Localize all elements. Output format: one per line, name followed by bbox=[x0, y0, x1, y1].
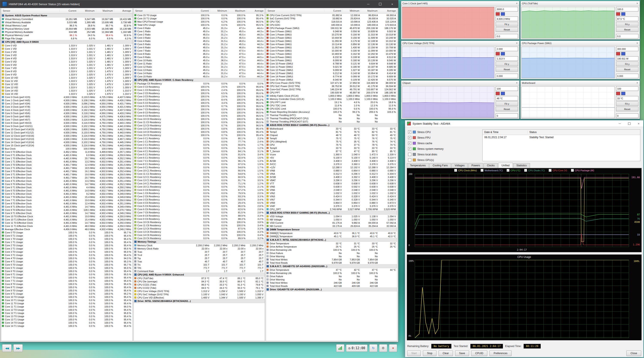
fit-y-button[interactable]: Fit y bbox=[616, 62, 638, 66]
checkbox[interactable]: ✓ bbox=[571, 169, 574, 172]
sensor-row[interactable]: Core 9 T1 Effective Clock4,461.6 MHz14.7… bbox=[1, 211, 132, 215]
sensor-row[interactable]: Core 0 T0 Usage100.0 %0.0 %100.0 %95.7 % bbox=[1, 231, 132, 234]
tab-powers[interactable]: Powers bbox=[468, 163, 483, 168]
sensor-row[interactable]: Core 6 VID1.319 V1.031 V1.481 V1.309 V bbox=[1, 63, 132, 66]
nav-previous-button[interactable]: ◀◀ bbox=[2, 344, 12, 352]
sensor-row[interactable]: Core 1 Clock (perf #4/5)4,500.3 MHz3,108… bbox=[1, 99, 132, 102]
sensor-row[interactable]: Core 12 Power (SMU)9.099 W1.027 W10.187 … bbox=[266, 68, 397, 72]
y-max-input[interactable]: 2.000 bbox=[496, 47, 518, 51]
sensor-row[interactable]: Total Host Reads422 GB409 GB422 GB bbox=[266, 284, 397, 287]
sensor-row[interactable]: Core 2 VID1.319 V1.031 V1.481 V1.309 V bbox=[1, 50, 132, 54]
sensor-row[interactable]: CPU EDC Limit100.0 %5.6 %100.0 %95.9 % bbox=[266, 107, 397, 110]
sensor-row[interactable]: Core 9 T0 Usage100.0 %0.0 %100.0 %95.4 % bbox=[1, 289, 132, 292]
sensor-row[interactable]: Core 5 T0 Usage100.0 %0.0 %100.0 %95.7 % bbox=[1, 263, 132, 266]
sensor-section-header[interactable]: CPU [#0]: AMD Ryzen 9 5950X: Enhanced bbox=[134, 273, 265, 276]
checkbox[interactable]: ✓ bbox=[481, 169, 484, 172]
sensor-row[interactable]: Core 11 T1 Effective Clock4,461.6 MHz48.… bbox=[1, 224, 132, 228]
sensor-row[interactable]: VIN70.344 V0.328 V0.344 V0.340 V bbox=[266, 198, 397, 201]
sensor-row[interactable]: Core 3 Ratio45.0 x31.2 x45.5 x44.3 x bbox=[134, 36, 265, 39]
graph-titlebar[interactable]: CPU Package Power (SMU)× bbox=[520, 41, 640, 46]
sensor-row[interactable]: DIMM[3] Temperature45.1 °C36.9 °C45.1 °C… bbox=[266, 235, 397, 238]
sensor-row[interactable]: Core 11 Ratio45.0 x31.3 x47.5 x44.4 x bbox=[134, 62, 265, 65]
sensor-row[interactable]: Core 2 C6 Residency0.0 %0.0 %93.3 %3.3 % bbox=[134, 195, 265, 198]
legend-item[interactable]: ✓CPU Package (W) bbox=[571, 169, 594, 172]
sensor-row[interactable]: Core 7 Ratio45.0 x31.2 x47.5 x44.4 x bbox=[134, 49, 265, 52]
sensor-section-header[interactable]: CPU [#0]: AMD Ryzen 9 5950X: C-State Res… bbox=[134, 78, 265, 82]
sensor-row[interactable]: Core 5 T0 Effective Clock4,461.6 MHz14.7… bbox=[1, 182, 132, 186]
sensor-row[interactable]: Core 0 C6 Residency0.0 %0.0 %67.2 %1.9 % bbox=[134, 188, 265, 191]
close-icon[interactable]: × bbox=[516, 2, 518, 5]
sensor-row[interactable]: Core 11 T1 Usage100.0 %0.0 %100.0 %96.0 … bbox=[1, 305, 132, 308]
sensor-row[interactable]: Core 5 T1 Effective Clock4,461.6 MHz4.4 … bbox=[1, 186, 132, 189]
line-color-swatch[interactable] bbox=[616, 52, 620, 56]
sensor-row[interactable]: Physical Memory Load96.1 %24.0 %98.4 %92… bbox=[1, 34, 132, 37]
sensor-row[interactable]: CPU CCD2 (Tdie)84.5 °C34.3 °C90.3 °C79.1… bbox=[134, 286, 265, 289]
sensor-row[interactable]: Drive Temperature32 °C31 °C33 °C32 °C bbox=[266, 242, 397, 245]
sensor-row[interactable]: Core 13 T1 Usage100.0 %0.0 %100.0 %95.4 … bbox=[1, 318, 132, 321]
y-max-input[interactable]: 100.0 bbox=[616, 7, 638, 12]
sensor-row[interactable]: Core 15 T0 Usage100.0 %0.0 %100.0 %95.3 … bbox=[134, 14, 265, 17]
sensor-row[interactable]: 3VSB3.408 V3.392 V3.408 V3.408 V bbox=[266, 175, 397, 179]
reset-button[interactable]: Reset bbox=[496, 107, 518, 111]
sensor-row[interactable]: Core 8 C6 Residency0.0 %0.0 %88.9 %3.3 % bbox=[134, 214, 265, 217]
legend-item[interactable]: ✓CPU (°C) bbox=[506, 169, 520, 172]
sensor-row[interactable]: Core 6 T1 Usage100.0 %0.0 %100.0 %95.5 % bbox=[1, 273, 132, 276]
sensor-row[interactable]: Core 4 Ratio45.0 x31.5 x46.8 x44.4 x bbox=[134, 39, 265, 43]
line-color-swatch[interactable] bbox=[496, 12, 500, 16]
sensor-row[interactable]: Core 0 Ratio45.0 x31.3 x47.3 x44.4 x bbox=[134, 27, 265, 30]
sensor-row[interactable]: +5V5.100 V5.100 V5.140 V5.114 V bbox=[266, 156, 397, 159]
sensor-section-header[interactable]: DIMM Temperature Sensor bbox=[266, 228, 397, 231]
minimize-icon[interactable] bbox=[615, 120, 624, 127]
checkbox[interactable] bbox=[408, 153, 411, 156]
sensor-row[interactable]: Core 12 C1 Residency0.0 %0.0 %60.9 %1.5 … bbox=[134, 175, 265, 179]
fit-y-button[interactable]: Fit y bbox=[496, 22, 518, 27]
sensor-row[interactable]: Memory Clock Ratio22.00 x22.00 x22.00 x2… bbox=[134, 247, 265, 250]
sensor-row[interactable]: Core 8 Ratio45.0 x31.2 x47.5 x44.4 x bbox=[134, 52, 265, 56]
sensor-row[interactable]: Core 0 C0 Residency100.0 %2.6 %100.0 %95… bbox=[134, 85, 265, 88]
sensor-row[interactable]: Core 7 Power (SMU)10.469 W0.162 W12.292 … bbox=[266, 52, 397, 56]
sensor-row[interactable]: Thermal Throttling (PROCHOT EXT)NoNoNo bbox=[266, 120, 397, 123]
sensor-row[interactable]: Core 2 C1 Residency0.0 %0.0 %56.8 %1.7 % bbox=[134, 143, 265, 146]
sensor-row[interactable]: Core 6 T1 Effective Clock4,461.6 MHz9.2 … bbox=[1, 192, 132, 195]
sensor-row[interactable]: Core 2 T1 Usage100.0 %0.0 %100.0 %95.6 % bbox=[1, 247, 132, 250]
sensor-row[interactable]: Core 13 C1 Residency0.0 %0.0 %91.7 %3.5 … bbox=[134, 179, 265, 182]
minimize-icon[interactable] bbox=[362, 0, 374, 8]
sensor-row[interactable]: CPU Core Current (SVI2 TFN)81.882 A12.00… bbox=[266, 14, 397, 17]
sensor-row[interactable]: Core 10 Power (SMU)8.788 W0.131 W9.934 W… bbox=[266, 62, 397, 65]
sensor-row[interactable]: Core 8 T1 Usage100.0 %0.0 %100.0 %95.4 % bbox=[1, 286, 132, 289]
maximize-icon[interactable] bbox=[374, 0, 386, 8]
sensor-row[interactable]: Core 1 T0 Effective Clock4,461.6 MHz20.7… bbox=[1, 157, 132, 160]
sensor-row[interactable]: Core 3 C0 Residency100.0 %2.6 %100.0 %95… bbox=[134, 95, 265, 98]
sensor-row[interactable]: Core 14 VID1.319 V1.025 V1.475 V1.310 V bbox=[1, 89, 132, 92]
y-max-input[interactable]: 3000.0 bbox=[496, 7, 518, 12]
sensor-row[interactable]: VIN40.312 V0.296 V0.312 V0.304 V bbox=[266, 172, 397, 175]
sensor-row[interactable]: Bus Clock100.0 MHz100.0 MHz100.0 MHz100.… bbox=[1, 147, 132, 150]
sensor-row[interactable]: Core 3 T1 Usage100.0 %0.0 %100.0 %95.4 % bbox=[1, 253, 132, 257]
sensor-section-header[interactable]: ASUS ROG STRIX B550-F GAMING (WI-FI) (Nu… bbox=[266, 123, 397, 127]
sensor-row[interactable]: VIN90.864 V0.864 V0.880 V0.873 V bbox=[266, 201, 397, 204]
graph-titlebar[interactable]: CPU (Tctl/Tdie)× bbox=[520, 1, 640, 6]
sensor-row[interactable]: VIN80.880 V0.864 V0.880 V0.880 V bbox=[266, 169, 397, 172]
close-icon[interactable]: × bbox=[636, 42, 638, 45]
sensor-row[interactable]: Core 12 Clock (perf #15/16)4,500.3 MHz3,… bbox=[1, 134, 132, 137]
sensor-row[interactable]: Core 3 T1 Effective Clock4,461.7 MHz19.0… bbox=[1, 173, 132, 176]
sensor-row[interactable]: +12V12.288 V12.192 V12.288 V12.284 V bbox=[266, 166, 397, 169]
sensor-row[interactable]: Core 7 VID1.319 V1.031 V1.475 V1.309 V bbox=[1, 66, 132, 70]
sensor-row[interactable]: Core 5 C1 Residency0.0 %0.0 %91.6 %3.4 % bbox=[134, 153, 265, 156]
sensor-row[interactable]: Core 14 C0 Residency100.0 %0.8 %100.0 %9… bbox=[134, 130, 265, 133]
sensor-section-header[interactable]: ASUS ROG STRIX B550-F GAMING (WI-FI) (Ri… bbox=[266, 211, 397, 215]
sensor-row[interactable]: Core 1 C0 Residency100.0 %2.4 %100.0 %95… bbox=[134, 88, 265, 92]
sensor-row[interactable]: Memory Controller Clock (UCLK)1,100.0 MH… bbox=[266, 97, 397, 101]
sensor-row[interactable]: CPU (Weighted)75 °C35 °C76 °C74 °C bbox=[266, 140, 397, 143]
sensor-row[interactable]: T_Sensor87 °C47 °C89 °C85 °C bbox=[266, 150, 397, 153]
tab-temperatures[interactable]: Temperatures bbox=[407, 163, 429, 168]
fit-y-button[interactable]: Fit y bbox=[496, 101, 518, 106]
sensor-row[interactable]: Core 0 Power (SMU)9.348 W0.556 W10.839 W… bbox=[266, 30, 397, 33]
sensor-row[interactable]: Trcd25 T25 T25 T25 T bbox=[134, 253, 265, 257]
sensor-row[interactable]: Core 4 Power (SMU)10.114 W0.856 W12.136 … bbox=[266, 43, 397, 46]
sensor-row[interactable]: Core 10 T0 Usage100.0 %0.0 %100.0 %95.4 … bbox=[1, 295, 132, 298]
sensor-row[interactable]: Core 14 Ratio45.0 x31.0 x47.5 x44.4 x bbox=[134, 72, 265, 75]
reset-button[interactable]: Reset bbox=[616, 107, 638, 111]
sensor-row[interactable]: 3VCC3.376 V3.360 V3.376 V3.376 V bbox=[266, 162, 397, 166]
stress-option[interactable]: ✓Stress system memory bbox=[408, 147, 479, 151]
